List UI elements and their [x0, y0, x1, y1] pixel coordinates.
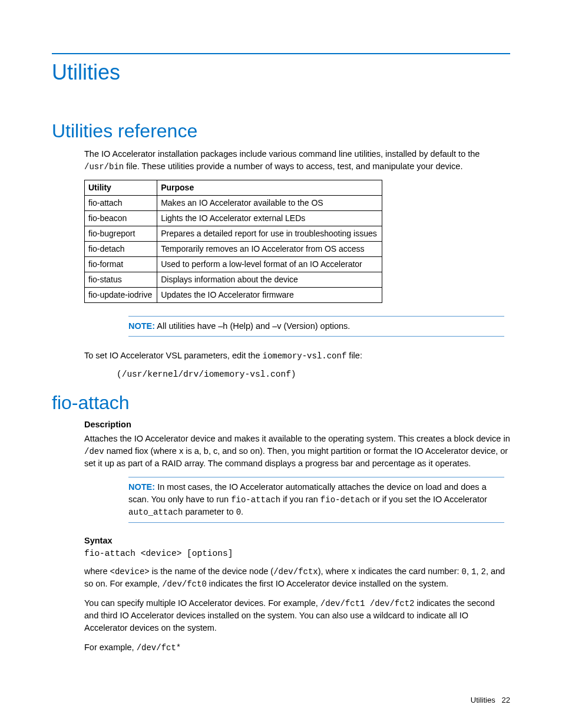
- vsl-path: (/usr/kernel/drv/iomemory-vsl.conf): [117, 370, 510, 379]
- n2b: if you ran: [280, 495, 320, 504]
- vsl-post: file:: [346, 351, 362, 360]
- wc: ), where: [318, 566, 351, 576]
- cell-purpose: Makes an IO Accelerator available to the…: [157, 196, 382, 211]
- note-block-1: NOTE: All utilities have –h (Help) and –…: [128, 316, 504, 337]
- n2c1: fio-attach: [231, 495, 280, 505]
- n2c3: auto_attach: [128, 508, 183, 517]
- wd: indicates the card number:: [356, 566, 462, 576]
- footer-label: Utilities: [471, 696, 495, 704]
- description-label: Description: [84, 420, 510, 429]
- table-row: fio-bugreportPrepares a detailed report …: [85, 226, 382, 242]
- n2d: parameter to: [183, 507, 236, 516]
- cell-purpose: Temporarily removes an IO Accelerator fr…: [157, 242, 382, 257]
- cell-purpose: Lights the IO Accelerator external LEDs: [157, 211, 382, 226]
- document-page: Utilities Utilities reference The IO Acc…: [0, 0, 562, 728]
- cell-utility: fio-update-iodrive: [85, 288, 157, 303]
- n2c2: fio-detach: [320, 495, 370, 505]
- syntax-code: fio-attach <device> [options]: [84, 549, 510, 558]
- table-row: fio-detachTemporarily removes an IO Acce…: [85, 242, 382, 257]
- footer-page: 22: [502, 696, 510, 704]
- n2c4: 0: [236, 508, 241, 517]
- wc1: <device>: [110, 567, 150, 577]
- where-paragraph: where <device> is the name of the device…: [84, 565, 510, 591]
- section-heading-utilities-reference: Utilities reference: [52, 120, 510, 142]
- cell-utility: fio-detach: [85, 242, 157, 257]
- cell-purpose: Used to perform a low-level format of an…: [157, 257, 382, 272]
- desc-text-b: named fiox (where x is a, b, c, and so o…: [84, 446, 508, 468]
- cell-purpose: Updates the IO Accelerator firmware: [157, 288, 382, 303]
- note-label: NOTE:: [128, 321, 155, 331]
- cell-purpose: Prepares a detailed report for use in tr…: [157, 226, 382, 242]
- cell-utility: fio-beacon: [85, 211, 157, 226]
- wb: is the name of the device node (: [150, 566, 273, 576]
- note-text: All utilities have –h (Help) and –v (Ver…: [155, 321, 350, 331]
- syntax-label: Syntax: [84, 536, 510, 545]
- page-footer: Utilities 22: [471, 696, 510, 704]
- intro-paragraph: The IO Accelerator installation packages…: [84, 148, 510, 173]
- multi-paragraph: You can specify multiple IO Accelerator …: [84, 597, 510, 634]
- th-purpose: Purpose: [157, 180, 382, 196]
- table-row: fio-attachMakes an IO Accelerator availa…: [85, 196, 382, 211]
- table-row: fio-formatUsed to perform a low-level fo…: [85, 257, 382, 272]
- cell-utility: fio-status: [85, 272, 157, 288]
- page-title: Utilities: [52, 60, 510, 85]
- example-paragraph: For example, /dev/fct*: [84, 641, 510, 654]
- desc-text-a: Attaches the IO Accelerator device and m…: [84, 434, 510, 443]
- wc4: 0: [462, 567, 467, 577]
- vsl-code: iomemory-vsl.conf: [263, 351, 347, 361]
- intro-text-post: file. These utilities provide a number o…: [124, 162, 462, 171]
- table-row: fio-beaconLights the IO Accelerator exte…: [85, 211, 382, 226]
- note-label: NOTE:: [128, 482, 155, 492]
- vsl-pre: To set IO Accelerator VSL parameters, ed…: [84, 351, 263, 360]
- wc2: /dev/fctx: [273, 567, 318, 577]
- table-header-row: Utility Purpose: [85, 180, 382, 196]
- th-utility: Utility: [85, 180, 157, 196]
- wa: where: [84, 566, 110, 576]
- wh: indicates the first IO Accelerator devic…: [207, 579, 448, 588]
- cell-purpose: Displays information about the device: [157, 272, 382, 288]
- ea: For example,: [84, 643, 137, 652]
- table-row: fio-statusDisplays information about the…: [85, 272, 382, 288]
- table-row: fio-update-iodriveUpdates the IO Acceler…: [85, 288, 382, 303]
- vsl-paragraph: To set IO Accelerator VSL parameters, ed…: [84, 350, 510, 362]
- cell-utility: fio-attach: [85, 196, 157, 211]
- we: ,: [467, 566, 471, 576]
- wc3: x: [351, 567, 356, 577]
- wc7: /dev/fct0: [162, 579, 207, 589]
- mc1: /dev/fct1 /dev/fct2: [320, 599, 415, 608]
- intro-code: /usr/bin: [84, 162, 124, 172]
- ma: You can specify multiple IO Accelerator …: [84, 598, 320, 608]
- n2e: .: [241, 507, 243, 516]
- utilities-table: Utility Purpose fio-attachMakes an IO Ac…: [84, 180, 382, 303]
- ec1: /dev/fct*: [137, 643, 181, 653]
- n2c: or if you set the IO Accelerator: [370, 495, 487, 504]
- desc-code: /dev: [84, 447, 104, 456]
- cell-utility: fio-format: [85, 257, 157, 272]
- intro-text-pre: The IO Accelerator installation packages…: [84, 149, 480, 159]
- wc6: 2: [481, 567, 485, 577]
- description-paragraph: Attaches the IO Accelerator device and m…: [84, 433, 510, 470]
- note-block-2: NOTE: In most cases, the IO Accelerator …: [128, 477, 504, 523]
- section-heading-fio-attach: fio-attach: [52, 392, 510, 414]
- top-rule: [52, 53, 510, 54]
- cell-utility: fio-bugreport: [85, 226, 157, 242]
